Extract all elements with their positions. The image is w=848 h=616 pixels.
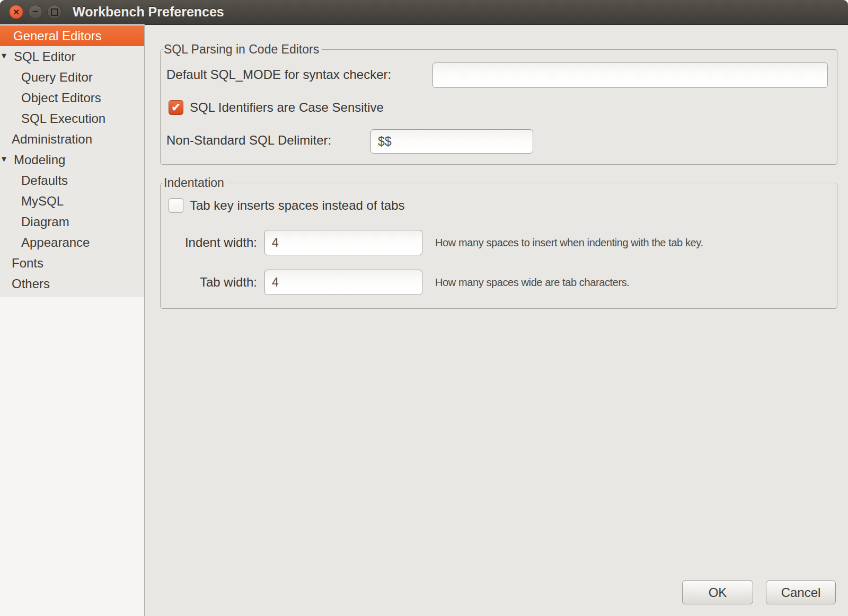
- sidebar-item-fonts[interactable]: Fonts: [0, 253, 144, 273]
- sidebar-item-others[interactable]: Others: [0, 273, 144, 294]
- tab-width-input[interactable]: [264, 270, 422, 295]
- group-sql-parsing: SQL Parsing in Code Editors Default SQL_…: [160, 49, 837, 165]
- sidebar-item-mysql[interactable]: MySQL: [0, 191, 144, 211]
- delimiter-label: Non-Standard SQL Delimiter:: [166, 127, 331, 154]
- sidebar-item-label: Modeling: [14, 153, 65, 167]
- chevron-down-icon[interactable]: ▾: [2, 46, 6, 66]
- tab-width-label: Tab width:: [161, 269, 257, 296]
- sidebar-item-label: Others: [12, 276, 50, 291]
- sidebar-item-object-editors[interactable]: Object Editors: [0, 87, 144, 108]
- minimize-button[interactable]: −: [28, 5, 42, 19]
- minimize-icon: −: [32, 6, 38, 16]
- group-title: SQL Parsing in Code Editors: [163, 41, 322, 58]
- sidebar-item-defaults[interactable]: Defaults: [0, 170, 144, 191]
- tab-spaces-label: Tab key inserts spaces instead of tabs: [190, 192, 405, 219]
- maximize-button[interactable]: [47, 5, 61, 19]
- case-sensitive-label: SQL Identifiers are Case Sensitive: [190, 94, 384, 121]
- sidebar-item-label: MySQL: [21, 194, 64, 208]
- close-icon: ✕: [13, 7, 20, 17]
- tab-spaces-checkbox[interactable]: [169, 198, 183, 213]
- ok-button[interactable]: OK: [682, 581, 753, 604]
- sidebar-item-administration[interactable]: Administration: [0, 129, 144, 149]
- sidebar-item-modeling[interactable]: ▾ Modeling: [0, 149, 144, 170]
- chevron-down-icon[interactable]: ▾: [2, 149, 6, 169]
- sidebar-item-label: SQL Editor: [14, 49, 76, 64]
- sidebar-item-query-editor[interactable]: Query Editor: [0, 67, 144, 87]
- sidebar-item-sql-execution[interactable]: SQL Execution: [0, 108, 144, 129]
- sidebar-item-label: Administration: [12, 132, 92, 146]
- delimiter-input[interactable]: [370, 129, 533, 154]
- window-title: Workbench Preferences: [73, 0, 224, 23]
- workbench-preferences-window: ✕ − Workbench Preferences General Editor…: [0, 0, 848, 616]
- sidebar-item-label: Diagram: [21, 215, 69, 229]
- sidebar-item-diagram[interactable]: Diagram: [0, 211, 144, 232]
- sidebar-item-general-editors[interactable]: General Editors: [0, 25, 144, 46]
- maximize-icon: [51, 8, 58, 16]
- preferences-content: SQL Parsing in Code Editors Default SQL_…: [145, 24, 848, 616]
- check-icon: ✔: [171, 101, 181, 114]
- sidebar-item-label: Defaults: [21, 173, 68, 188]
- sidebar-item-sql-editor[interactable]: ▾ SQL Editor: [0, 46, 144, 67]
- sidebar-item-label: Appearance: [21, 235, 90, 249]
- case-sensitive-checkbox[interactable]: ✔: [169, 100, 183, 115]
- group-title: Indentation: [163, 174, 227, 191]
- indent-width-hint: How many spaces to insert when indenting…: [435, 229, 703, 256]
- close-button[interactable]: ✕: [9, 5, 23, 19]
- cancel-button[interactable]: Cancel: [766, 581, 836, 604]
- titlebar: ✕ − Workbench Preferences: [0, 0, 848, 25]
- sql-mode-input[interactable]: [432, 63, 828, 88]
- sidebar-item-label: Object Editors: [21, 91, 101, 105]
- preferences-tree: General Editors ▾ SQL Editor Query Edito…: [0, 24, 144, 297]
- sidebar-item-label: Fonts: [12, 256, 43, 270]
- sidebar: General Editors ▾ SQL Editor Query Edito…: [0, 24, 145, 616]
- sidebar-item-label: SQL Execution: [21, 111, 105, 126]
- sidebar-item-label: General Editors: [13, 29, 102, 43]
- group-indentation: Indentation Tab key inserts spaces inste…: [160, 183, 837, 309]
- sql-mode-label: Default SQL_MODE for syntax checker:: [166, 61, 391, 88]
- sidebar-item-label: Query Editor: [21, 70, 93, 84]
- indent-width-label: Indent width:: [161, 229, 257, 256]
- sidebar-item-appearance[interactable]: Appearance: [0, 232, 144, 253]
- indent-width-input[interactable]: [264, 230, 422, 255]
- tab-width-hint: How many spaces wide are tab characters.: [435, 269, 629, 296]
